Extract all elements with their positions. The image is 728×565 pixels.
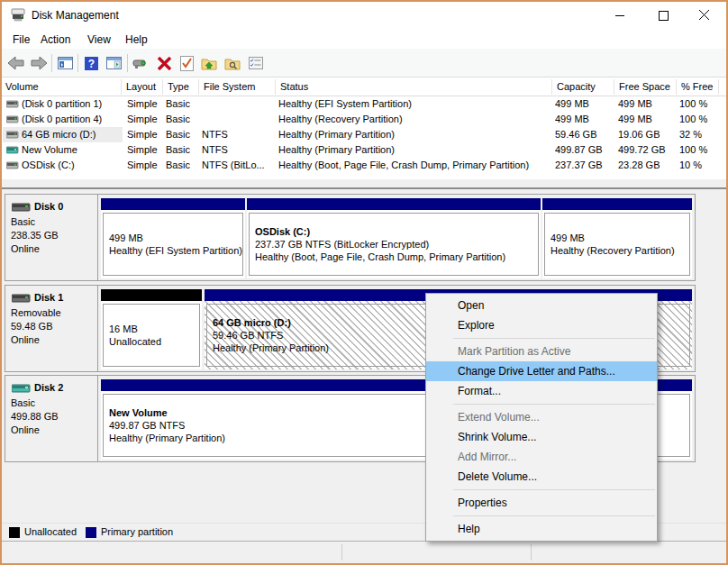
menu-item-properties[interactable]: Properties — [426, 493, 657, 513]
disk-size: 499.88 GB — [11, 411, 59, 422]
disk-kind: Basic — [11, 216, 35, 227]
check-document-button[interactable] — [176, 52, 197, 74]
menu-item-format[interactable]: Format... — [426, 381, 657, 401]
column-header-filesystem[interactable]: File System — [200, 79, 276, 95]
disk-2-label[interactable]: Disk 2 Basic 499.88 GB Online — [5, 376, 98, 461]
menu-item-change-drive-letter[interactable]: Change Drive Letter and Paths... — [426, 361, 657, 381]
disk-icon — [12, 202, 31, 213]
column-header-type[interactable]: Type — [164, 79, 199, 95]
cell-layout: Simple — [127, 127, 165, 142]
volume-row[interactable]: OSDisk (C:) Simple Basic NTFS (BitLo... … — [2, 158, 726, 173]
partition-efi[interactable]: 499 MB Healthy (EFI System Partition) — [101, 198, 245, 278]
menu-item-mark-partition-active: Mark Partition as Active — [426, 342, 657, 361]
cell-type: Basic — [166, 142, 200, 158]
show-console-tree-button[interactable] — [54, 52, 76, 74]
device-button[interactable] — [130, 52, 151, 74]
cell-filesystem — [202, 96, 274, 112]
cell-status: Healthy (Primary Partition) — [278, 127, 551, 142]
partition-color-bar — [101, 289, 202, 301]
help-icon: ? — [85, 57, 98, 70]
show-action-pane-button[interactable] — [103, 52, 124, 74]
cell-type: Basic — [166, 96, 200, 112]
cell-volume: (Disk 0 partition 1) — [22, 96, 121, 112]
column-header-pctfree[interactable]: % Free — [678, 79, 719, 95]
partition-info: 16 MB Unallocated — [103, 304, 200, 367]
menu-item-help[interactable]: Help — [426, 519, 657, 539]
cell-capacity: 499.87 GB — [555, 142, 613, 158]
cell-filesystem: NTFS — [202, 142, 274, 158]
cell-status: Healthy (Recovery Partition) — [278, 112, 551, 127]
volume-row-selected[interactable]: 64 GB micro (D:) Simple Basic NTFS Healt… — [2, 127, 726, 142]
drive-icon — [6, 146, 19, 155]
menu-help[interactable]: Help — [119, 32, 154, 48]
menu-view[interactable]: View — [81, 32, 117, 48]
menu-item-open[interactable]: Open — [426, 296, 657, 315]
delete-button[interactable] — [153, 52, 175, 74]
cell-status: Healthy (Boot, Page File, Crash Dump, Pr… — [278, 158, 551, 173]
context-menu: Open Explore Mark Partition as Active Ch… — [425, 293, 658, 542]
maximize-button[interactable] — [643, 2, 683, 29]
disk-1-label[interactable]: Disk 1 Removable 59.48 GB Online — [5, 286, 98, 371]
partition-info: OSDisk (C:) 237.37 GB NTFS (BitLocker En… — [249, 213, 539, 276]
cell-capacity: 499 MB — [555, 112, 613, 127]
menu-item-explore[interactable]: Explore — [426, 315, 657, 335]
forward-arrow-icon — [31, 57, 47, 69]
partition-osdisk-c[interactable]: OSDisk (C:) 237.37 GB NTFS (BitLocker En… — [247, 198, 541, 278]
cell-capacity: 237.37 GB — [555, 158, 613, 173]
disk-kind: Basic — [11, 397, 35, 408]
volume-row[interactable]: (Disk 0 partition 4) Simple Basic Health… — [2, 112, 726, 127]
menu-item-shrink-volume[interactable]: Shrink Volume... — [426, 427, 657, 447]
minimize-button[interactable] — [600, 2, 640, 29]
legend-swatch-primary — [86, 527, 96, 538]
disk-name: Disk 0 — [34, 201, 63, 212]
toolbar-separator — [127, 54, 128, 72]
volume-row[interactable]: (Disk 0 partition 1) Simple Basic Health… — [2, 96, 726, 112]
partition-info: 499 MB Healthy (EFI System Partition) — [103, 213, 243, 276]
cell-layout: Simple — [127, 112, 165, 127]
disk-0-label[interactable]: Disk 0 Basic 238.35 GB Online — [5, 195, 98, 280]
delete-x-icon — [158, 57, 171, 70]
checklist-icon — [249, 57, 263, 69]
legend-label-primary: Primary partition — [101, 526, 173, 537]
column-header-freespace[interactable]: Free Space — [615, 79, 677, 95]
splitter-bar[interactable] — [2, 179, 726, 189]
properties-list-button[interactable] — [245, 52, 267, 74]
folder-up-icon — [201, 57, 217, 70]
minimize-icon — [615, 11, 625, 21]
disk-management-window: Disk Management File Action View Help — [0, 0, 728, 565]
window-title: Disk Management — [32, 9, 119, 22]
close-button[interactable] — [685, 2, 724, 29]
cell-type: Basic — [166, 112, 200, 127]
cell-filesystem — [202, 112, 274, 127]
menu-item-extend-volume: Extend Volume... — [426, 407, 657, 427]
cell-status: Healthy (Primary Partition) — [278, 142, 551, 158]
help-button[interactable]: ? — [80, 52, 102, 74]
menu-file[interactable]: File — [6, 32, 36, 48]
volume-row[interactable]: New Volume Simple Basic NTFS Healthy (Pr… — [2, 142, 726, 158]
cell-pctfree: 32 % — [679, 127, 719, 142]
folder-search-icon — [224, 57, 241, 70]
column-header-layout[interactable]: Layout — [123, 79, 163, 95]
column-header-volume[interactable]: Volume — [2, 79, 122, 95]
menu-item-delete-volume[interactable]: Delete Volume... — [426, 467, 657, 487]
partition-unallocated[interactable]: 16 MB Unallocated — [101, 289, 202, 369]
back-button[interactable] — [5, 52, 27, 74]
disk-kind: Removable — [11, 307, 61, 318]
disk-size: 59.48 GB — [11, 321, 52, 332]
open-folder-button[interactable] — [198, 52, 220, 74]
cell-filesystem: NTFS — [202, 127, 274, 142]
cell-freespace: 499 MB — [618, 96, 674, 112]
status-divider — [531, 544, 532, 560]
forward-button[interactable] — [28, 52, 50, 74]
column-header-capacity[interactable]: Capacity — [553, 79, 614, 95]
cell-freespace: 19.06 GB — [618, 127, 674, 142]
partition-color-bar — [101, 198, 245, 210]
drive-icon — [6, 115, 19, 124]
menu-action[interactable]: Action — [34, 32, 77, 48]
cell-volume: 64 GB micro (D:) — [22, 127, 121, 142]
cell-pctfree: 10 % — [679, 158, 719, 173]
document-check-icon — [180, 56, 194, 71]
explore-folder-button[interactable] — [222, 52, 243, 74]
column-header-status[interactable]: Status — [277, 79, 552, 95]
partition-recovery[interactable]: 499 MB Healthy (Recovery Partition) — [542, 198, 692, 278]
